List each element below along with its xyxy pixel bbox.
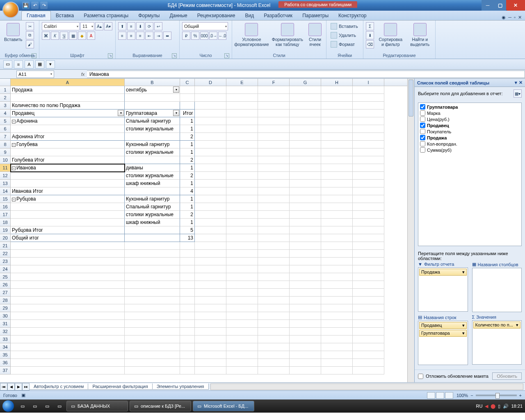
cell[interactable]: 1 [180, 125, 195, 133]
cell[interactable] [226, 258, 258, 265]
cell[interactable] [11, 359, 125, 367]
dialog-launcher-icon[interactable]: ↘ [108, 53, 113, 58]
cell[interactable] [195, 141, 226, 148]
column-header[interactable]: C [180, 79, 195, 86]
fill-color-icon[interactable]: ◆ [78, 32, 86, 40]
cell[interactable] [290, 273, 321, 281]
cell[interactable] [353, 164, 384, 172]
qat-item[interactable]: ▦ [35, 60, 44, 68]
ribbon-tab[interactable]: Конструктор [333, 11, 371, 20]
align-bottom-icon[interactable]: ⬇ [136, 22, 144, 30]
cell[interactable] [125, 226, 180, 234]
cell[interactable] [290, 156, 321, 164]
cell[interactable] [258, 328, 290, 336]
vertical-scrollbar[interactable] [407, 79, 414, 382]
cell[interactable]: 2 [180, 156, 195, 164]
insert-cells-button[interactable]: Вставить [329, 22, 360, 30]
cell[interactable] [321, 320, 353, 328]
cell[interactable] [258, 258, 290, 265]
zoom-out-icon[interactable]: − [470, 393, 473, 398]
cell[interactable] [321, 336, 353, 343]
area-cols-box[interactable] [472, 268, 522, 312]
cell[interactable] [353, 289, 384, 297]
row-header[interactable]: 13 [0, 180, 11, 187]
clear-icon[interactable]: ⌫ [366, 40, 374, 48]
cell[interactable] [125, 297, 180, 304]
row-header[interactable]: 8 [0, 141, 11, 148]
field-item[interactable]: Группатовара [419, 104, 520, 110]
cell[interactable] [195, 117, 226, 125]
cell[interactable] [290, 289, 321, 297]
name-box[interactable]: A11 [16, 71, 54, 78]
cell[interactable] [321, 351, 353, 359]
fx-icon[interactable]: fx [79, 72, 87, 77]
field-checkbox[interactable] [420, 116, 425, 122]
cell[interactable]: 1 [180, 195, 195, 203]
cell[interactable] [226, 94, 258, 102]
cell[interactable] [226, 359, 258, 367]
indent-inc-icon[interactable]: ⇥ [154, 32, 162, 40]
cell[interactable] [321, 180, 353, 187]
cell[interactable]: Продажа [11, 86, 125, 94]
row-header[interactable]: 24 [0, 265, 11, 273]
cell[interactable] [195, 133, 226, 141]
column-header[interactable]: F [258, 79, 290, 86]
cell[interactable] [125, 156, 180, 164]
cell[interactable] [321, 187, 353, 195]
cell[interactable] [321, 211, 353, 219]
row-header[interactable]: 11 [0, 164, 11, 172]
cell[interactable] [11, 219, 125, 226]
row-header[interactable]: 35 [0, 351, 11, 359]
cell[interactable] [353, 304, 384, 312]
cell[interactable] [226, 265, 258, 273]
cell[interactable] [180, 273, 195, 281]
cell[interactable] [195, 359, 226, 367]
delete-cells-button[interactable]: Удалить [329, 31, 360, 39]
field-item[interactable]: Продавец [419, 122, 520, 128]
cell[interactable] [290, 328, 321, 336]
row-header[interactable]: 27 [0, 289, 11, 297]
ribbon-tab[interactable]: Вставка [51, 11, 79, 20]
ribbon-tab[interactable]: Разметка страницы [79, 11, 133, 20]
cell[interactable] [353, 195, 384, 203]
cell[interactable] [180, 359, 195, 367]
cell[interactable] [180, 258, 195, 265]
cell[interactable]: Общий итог [11, 234, 125, 242]
cell[interactable] [353, 297, 384, 304]
column-header[interactable]: B [125, 79, 180, 86]
layout-options-icon[interactable]: ▦▾ [514, 89, 522, 98]
format-as-table-button[interactable]: Форматировать как таблицу [270, 22, 305, 48]
cell[interactable] [258, 203, 290, 211]
cell[interactable]: 1 [180, 203, 195, 211]
wrap-text-icon[interactable]: ↩ [154, 22, 162, 30]
cell[interactable] [353, 265, 384, 273]
cell[interactable] [195, 273, 226, 281]
cell[interactable] [321, 125, 353, 133]
cell[interactable] [258, 148, 290, 156]
row-header[interactable]: 23 [0, 258, 11, 265]
cell[interactable] [125, 273, 180, 281]
format-cells-button[interactable]: Формат [329, 40, 360, 48]
cell[interactable] [290, 86, 321, 94]
cell[interactable] [321, 203, 353, 211]
sheet-tab[interactable]: Автофильтр с условием [29, 383, 88, 390]
cell[interactable] [226, 125, 258, 133]
field-item[interactable]: Продажа [419, 135, 520, 141]
cell[interactable] [195, 195, 226, 203]
cell[interactable] [353, 367, 384, 374]
cell[interactable] [195, 172, 226, 180]
cell[interactable] [321, 242, 353, 250]
cell[interactable] [290, 164, 321, 172]
cell[interactable] [321, 102, 353, 110]
merge-icon[interactable]: ⬌ [163, 32, 171, 40]
cell[interactable] [290, 94, 321, 102]
column-header[interactable]: E [226, 79, 258, 86]
cell[interactable] [353, 203, 384, 211]
ribbon-tab[interactable]: Вид [240, 11, 259, 20]
pane-close-icon[interactable]: ✕ [519, 80, 523, 85]
taskbar-pin-icon[interactable]: ▭ [16, 400, 29, 412]
cell[interactable] [125, 359, 180, 367]
column-header[interactable]: G [290, 79, 321, 86]
horizontal-scrollbar[interactable] [210, 383, 524, 390]
cell[interactable] [125, 320, 180, 328]
